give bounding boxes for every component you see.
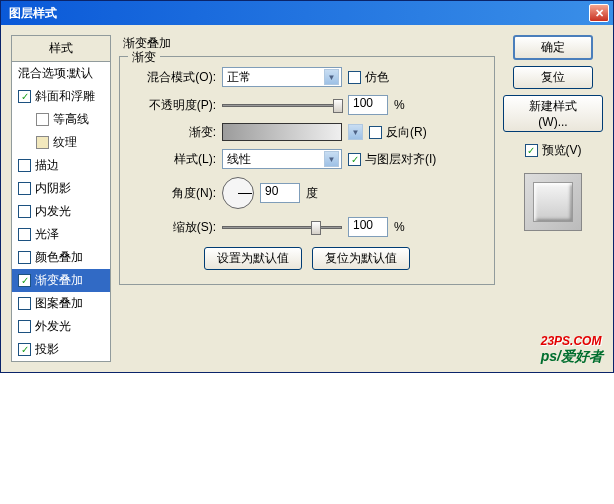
sidebar-item-label: 颜色叠加 <box>35 249 83 266</box>
fieldset-legend: 渐变 <box>128 49 160 66</box>
right-panel: 确定 复位 新建样式(W)... 预览(V) <box>503 35 603 362</box>
scale-label: 缩放(S): <box>134 219 216 236</box>
sidebar-item[interactable]: 颜色叠加 <box>12 246 110 269</box>
style-checkbox[interactable] <box>18 159 31 172</box>
preview-inner <box>533 182 573 222</box>
sidebar-item-label: 内发光 <box>35 203 71 220</box>
sidebar-item-label: 外发光 <box>35 318 71 335</box>
angle-label: 角度(N): <box>134 185 216 202</box>
close-button[interactable]: ✕ <box>589 4 609 22</box>
preview-checkbox[interactable] <box>525 144 538 157</box>
dither-checkbox[interactable] <box>348 71 361 84</box>
blend-options-item[interactable]: 混合选项:默认 <box>12 62 110 85</box>
slider-thumb[interactable] <box>311 221 321 235</box>
style-checkbox[interactable] <box>18 182 31 195</box>
sidebar-item-label: 投影 <box>35 341 59 358</box>
style-checkbox[interactable] <box>18 320 31 333</box>
panel-title: 渐变叠加 <box>119 35 495 52</box>
cancel-button[interactable]: 复位 <box>513 66 593 89</box>
dialog-window: 图层样式 ✕ 样式 混合选项:默认 斜面和浮雕等高线纹理描边内阴影内发光光泽颜色… <box>0 0 614 373</box>
style-label: 样式(L): <box>134 151 216 168</box>
sidebar-item-label: 纹理 <box>53 134 77 151</box>
angle-input[interactable]: 90 <box>260 183 300 203</box>
preview-swatch <box>524 173 582 231</box>
blend-mode-label: 混合模式(O): <box>134 69 216 86</box>
style-checkbox[interactable] <box>18 205 31 218</box>
sidebar-item[interactable]: 投影 <box>12 338 110 361</box>
set-default-button[interactable]: 设置为默认值 <box>204 247 302 270</box>
gradient-fieldset: 渐变 混合模式(O): 正常 ▼ 仿色 不透明度(P): <box>119 56 495 285</box>
sidebar-header: 样式 <box>12 36 110 62</box>
watermark: 23PS.COM ps/爱好者 <box>541 334 603 366</box>
restore-default-button[interactable]: 复位为默认值 <box>312 247 410 270</box>
reverse-label: 反向(R) <box>386 124 427 141</box>
align-label: 与图层对齐(I) <box>365 151 436 168</box>
dropdown-icon: ▼ <box>324 151 339 167</box>
sidebar-item[interactable]: 内阴影 <box>12 177 110 200</box>
swatch-icon <box>36 136 49 149</box>
window-title: 图层样式 <box>5 5 589 22</box>
opacity-input[interactable]: 100 <box>348 95 388 115</box>
style-checkbox[interactable] <box>18 251 31 264</box>
style-checkbox[interactable] <box>18 274 31 287</box>
sidebar-item-label: 光泽 <box>35 226 59 243</box>
gradient-preview[interactable] <box>222 123 342 141</box>
sidebar-item[interactable]: 外发光 <box>12 315 110 338</box>
angle-dial[interactable] <box>222 177 254 209</box>
style-checkbox[interactable] <box>18 228 31 241</box>
scale-slider[interactable] <box>222 226 342 229</box>
sidebar-item[interactable]: 渐变叠加 <box>12 269 110 292</box>
style-checkbox[interactable] <box>18 343 31 356</box>
opacity-label: 不透明度(P): <box>134 97 216 114</box>
opacity-slider[interactable] <box>222 104 342 107</box>
sidebar-item-label: 等高线 <box>53 111 89 128</box>
gradient-dropdown-icon[interactable]: ▼ <box>348 124 363 140</box>
main-panel: 渐变叠加 渐变 混合模式(O): 正常 ▼ 仿色 不透明度(P): <box>119 35 495 362</box>
sidebar-item-label: 图案叠加 <box>35 295 83 312</box>
sidebar-item-label: 内阴影 <box>35 180 71 197</box>
sidebar-item[interactable]: 纹理 <box>12 131 110 154</box>
sidebar-item-label: 描边 <box>35 157 59 174</box>
new-style-button[interactable]: 新建样式(W)... <box>503 95 603 132</box>
dither-label: 仿色 <box>365 69 389 86</box>
sidebar-item[interactable]: 等高线 <box>12 108 110 131</box>
style-checkbox[interactable] <box>18 90 31 103</box>
align-checkbox[interactable] <box>348 153 361 166</box>
preview-label: 预览(V) <box>542 142 582 159</box>
gradient-label: 渐变: <box>134 124 216 141</box>
styles-sidebar: 样式 混合选项:默认 斜面和浮雕等高线纹理描边内阴影内发光光泽颜色叠加渐变叠加图… <box>11 35 111 362</box>
sidebar-item[interactable]: 光泽 <box>12 223 110 246</box>
sidebar-item[interactable]: 图案叠加 <box>12 292 110 315</box>
swatch-icon <box>36 113 49 126</box>
sidebar-item[interactable]: 斜面和浮雕 <box>12 85 110 108</box>
sidebar-item[interactable]: 描边 <box>12 154 110 177</box>
blend-mode-select[interactable]: 正常 ▼ <box>222 67 342 87</box>
content-area: 样式 混合选项:默认 斜面和浮雕等高线纹理描边内阴影内发光光泽颜色叠加渐变叠加图… <box>1 25 613 372</box>
sidebar-item-label: 斜面和浮雕 <box>35 88 95 105</box>
slider-thumb[interactable] <box>333 99 343 113</box>
ok-button[interactable]: 确定 <box>513 35 593 60</box>
sidebar-item[interactable]: 内发光 <box>12 200 110 223</box>
titlebar: 图层样式 ✕ <box>1 1 613 25</box>
style-select[interactable]: 线性 ▼ <box>222 149 342 169</box>
scale-input[interactable]: 100 <box>348 217 388 237</box>
sidebar-item-label: 渐变叠加 <box>35 272 83 289</box>
dropdown-icon: ▼ <box>324 69 339 85</box>
style-checkbox[interactable] <box>18 297 31 310</box>
reverse-checkbox[interactable] <box>369 126 382 139</box>
